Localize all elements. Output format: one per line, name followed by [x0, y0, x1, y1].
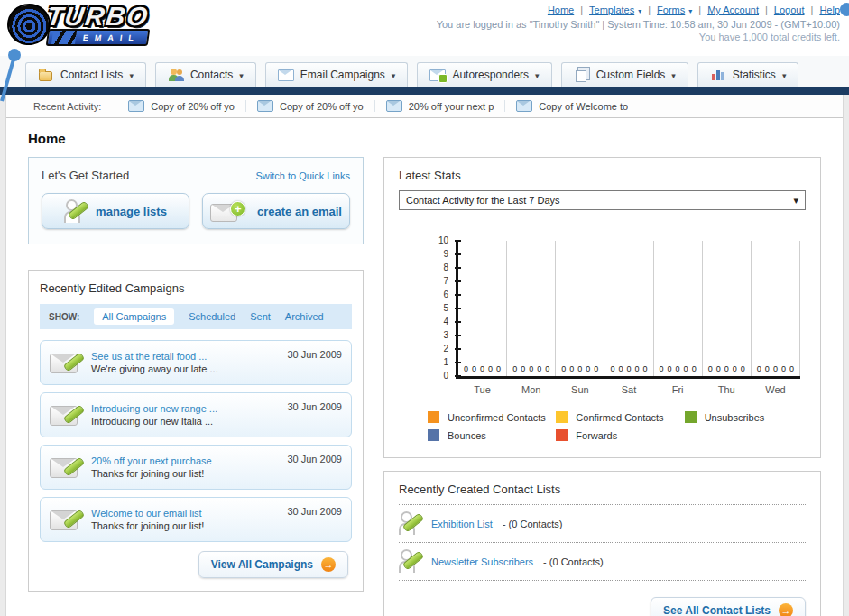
get-started-title: Let's Get Started	[42, 169, 129, 182]
decorative-dot-icon	[840, 3, 849, 16]
show-label: SHOW:	[49, 312, 79, 322]
pages-icon	[574, 68, 590, 82]
chevron-down-icon	[782, 69, 787, 81]
chart-day-group: 00000Thu	[703, 241, 752, 376]
decorative-pin-icon	[0, 47, 27, 103]
header-links: HomeTemplatesFormsMy AccountLogoutHelp	[437, 5, 840, 15]
chart-day-group: 00000Fri	[654, 241, 703, 376]
legend-swatch	[556, 429, 568, 441]
legend-swatch	[556, 411, 568, 423]
campaign-filter[interactable]: Sent	[250, 311, 271, 322]
legend-item: Forwards	[556, 429, 677, 441]
tab-statistics[interactable]: Statistics	[697, 62, 799, 87]
campaign-title[interactable]: 20% off your next purchase	[91, 455, 212, 466]
contacts-icon	[168, 68, 184, 82]
contact-list-item[interactable]: Newsletter Subscribers - (0 Contacts)	[399, 543, 806, 581]
legend-item: Bounces	[428, 429, 549, 441]
bar-chart-icon	[710, 68, 726, 82]
chart-legend: Unconfirmed Contacts Confirmed Contacts …	[428, 411, 806, 441]
turbo-email-logo: TURBO EMAIL	[7, 4, 149, 46]
chart-day-group: 00000Mon	[507, 241, 556, 376]
mail-arrow-icon	[429, 68, 446, 82]
chart-day-group: 00000Wed	[752, 241, 800, 376]
header-link[interactable]: My Account	[707, 5, 759, 15]
mail-icon	[278, 68, 294, 82]
chevron-down-icon	[129, 69, 134, 81]
recent-activity-item[interactable]: Copy of 20% off yo	[117, 100, 245, 112]
campaign-filter[interactable]: All Campaigns	[94, 308, 174, 325]
campaign-date: 30 Jun 2009	[287, 502, 342, 517]
mail-plus-icon	[210, 200, 248, 223]
recent-activity-item[interactable]: Copy of Welcome to	[504, 100, 639, 112]
campaign-subtitle: Thanks for joining our list!	[91, 520, 204, 531]
switch-quick-links-link[interactable]: Switch to Quick Links	[255, 170, 350, 181]
header-link[interactable]: Help	[819, 5, 840, 15]
contact-list-link[interactable]: Newsletter Subscribers	[431, 556, 533, 567]
header-link-item: Logout	[759, 5, 805, 15]
header-link-item: Templates	[574, 5, 641, 15]
contact-list-count: - (0 Contacts)	[543, 556, 604, 567]
contact-activity-chart: 109876543210 00000Tue00000Mon00000Sun000…	[431, 241, 800, 379]
header-link[interactable]: Templates	[589, 5, 641, 15]
mail-icon	[386, 100, 402, 112]
campaign-title[interactable]: Welcome to our email list	[91, 508, 204, 519]
campaign-filter-bar: SHOW: All CampaignsScheduledSentArchived	[40, 304, 352, 329]
campaign-filter[interactable]: Scheduled	[189, 311, 235, 322]
campaign-date: 30 Jun 2009	[287, 398, 342, 412]
campaign-subtitle: Thanks for joining our list!	[91, 468, 212, 479]
header-link-item: Home	[548, 5, 574, 15]
credits-info: You have 1,000 total credits left.	[437, 32, 840, 42]
latest-stats-panel: Latest Stats Contact Activity for the La…	[383, 157, 821, 458]
header-link[interactable]: Home	[548, 5, 574, 15]
main-nav: Contact Lists Contacts Email Campaigns A…	[0, 56, 849, 87]
envelope-pencil-icon	[50, 351, 82, 375]
select-arrow-icon	[793, 195, 798, 207]
logo-title: TURBO	[45, 4, 151, 30]
recent-activity-label: Recent Activity:	[33, 101, 101, 112]
chevron-down-icon	[535, 69, 540, 81]
campaign-item[interactable]: Introducing our new range ... Introducin…	[40, 392, 352, 437]
tab-contact-lists[interactable]: Contact Lists	[25, 62, 146, 87]
header-link[interactable]: Logout	[774, 5, 805, 15]
contact-list-count: - (0 Contacts)	[503, 519, 563, 529]
stats-period-select[interactable]: Contact Activity for the Last 7 Days	[399, 190, 806, 210]
tab-custom-fields[interactable]: Custom Fields	[561, 62, 688, 87]
nav-divider-bar	[0, 87, 849, 95]
campaign-item[interactable]: Welcome to our email list Thanks for joi…	[40, 497, 352, 542]
legend-item: Unconfirmed Contacts	[428, 411, 549, 423]
recent-activity-item[interactable]: 20% off your next p	[374, 100, 505, 112]
contact-list-item[interactable]: Exhibition List - (0 Contacts)	[399, 505, 806, 543]
tab-contacts[interactable]: Contacts	[155, 62, 256, 87]
recent-activity-item[interactable]: Copy of 20% off yo	[245, 100, 374, 112]
see-all-contact-lists-button[interactable]: See All Contact Lists	[651, 597, 806, 616]
tab-autoresponders[interactable]: Autoresponders	[417, 62, 551, 87]
envelope-pencil-icon	[50, 403, 82, 428]
campaign-filter[interactable]: Archived	[285, 311, 324, 322]
header-link[interactable]: Forms	[657, 5, 692, 15]
chart-groups: 00000Tue00000Mon00000Sun00000Sat00000Fri…	[458, 241, 800, 376]
get-started-panel: Let's Get Started Switch to Quick Links …	[28, 157, 364, 244]
campaign-title[interactable]: Introducing our new range ...	[91, 403, 217, 414]
arrow-right-icon	[321, 557, 336, 572]
chart-day-group: 00000Sun	[556, 241, 604, 376]
contact-lists-panel-title: Recently Created Contact Lists	[399, 483, 806, 505]
campaign-item[interactable]: See us at the retail food ... We're givi…	[40, 340, 352, 385]
legend-item: Unsubscribes	[685, 411, 806, 423]
legend-swatch	[428, 429, 439, 441]
tab-email-campaigns[interactable]: Email Campaigns	[265, 62, 409, 87]
header-link-item: Forms	[641, 5, 692, 15]
campaign-title[interactable]: See us at the retail food ...	[91, 351, 218, 362]
person-pencil-icon	[399, 511, 421, 536]
campaign-item[interactable]: 20% off your next purchase Thanks for jo…	[40, 445, 352, 490]
header-link-item: My Account	[692, 5, 759, 15]
campaign-filters: All CampaignsScheduledSentArchived	[94, 308, 323, 325]
arrow-right-icon	[779, 603, 793, 616]
person-pencil-icon	[399, 549, 421, 574]
page-body: Recent Activity: Copy of 20% off yo Copy…	[5, 95, 844, 616]
contact-list-link[interactable]: Exhibition List	[431, 519, 493, 529]
view-all-campaigns-button[interactable]: View All Campaigns	[198, 551, 348, 578]
create-an-email-button[interactable]: create an email	[202, 193, 350, 229]
manage-lists-button[interactable]: manage lists	[42, 193, 189, 229]
legend-swatch	[428, 411, 439, 423]
legend-swatch	[685, 411, 697, 423]
